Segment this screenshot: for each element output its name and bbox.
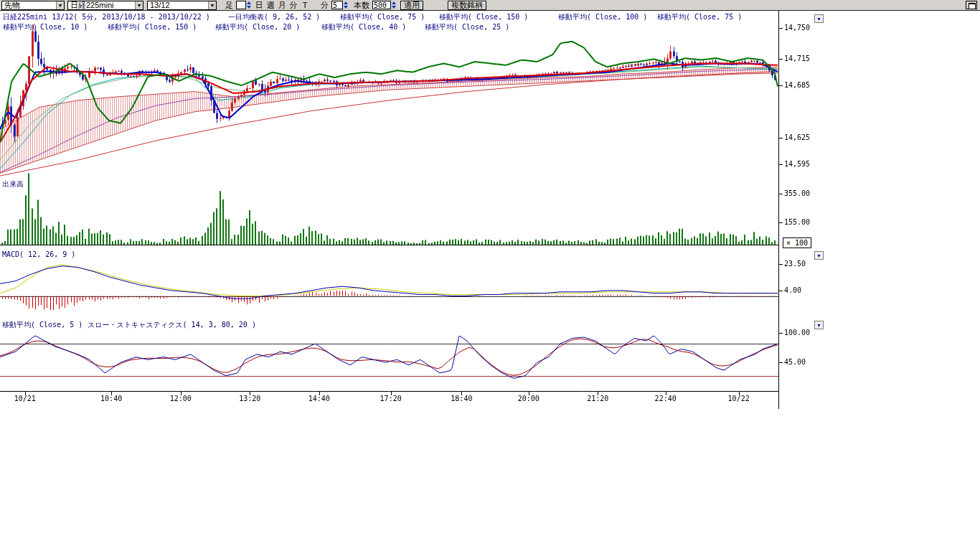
symbol-dropdown[interactable]: 日経225mini ▼ — [67, 1, 143, 10]
macd-pane-menu-button[interactable]: ▼ — [814, 251, 824, 260]
indicator-legend[interactable]: 移動平均( Close, 75 ) — [657, 12, 742, 22]
spinner-icon[interactable] — [344, 1, 348, 9]
price-chart-canvas[interactable] — [0, 11, 789, 409]
volume-pane-title[interactable]: 出来高 — [2, 179, 24, 189]
spinner-icon[interactable] — [247, 1, 251, 9]
indicator-legend[interactable]: 移動平均( Close, 150 ) — [439, 12, 528, 22]
apply-button[interactable]: 適用 — [400, 1, 423, 10]
period-week-button[interactable]: 週 — [265, 0, 276, 11]
instrument-type-dropdown[interactable]: 先物 ▼ — [1, 1, 65, 10]
bar-interval-input[interactable] — [236, 1, 246, 9]
bar-count-label: 本数 — [354, 0, 369, 11]
contract-month-value: 13/12 — [150, 1, 170, 9]
chevron-down-icon: ▼ — [56, 1, 64, 9]
bar-type-label: 足 — [225, 0, 233, 11]
symbol-value: 日経225mini — [70, 0, 114, 11]
chevron-down-icon: ▼ — [135, 1, 143, 9]
indicator-legend[interactable]: 移動平均( Close, 25 ) — [425, 22, 509, 32]
spinner-icon[interactable] — [392, 1, 396, 9]
indicator-legend[interactable]: 移動平均( Close, 75 ) — [340, 12, 425, 22]
indicator-legend[interactable]: 日経225mini 13/12( 5分, 2013/10/18 - 2013/1… — [3, 12, 210, 22]
indicator-legend[interactable]: 移動平均( Close, 100 ) — [558, 12, 647, 22]
macd-pane-title[interactable]: MACD( 12, 26, 9 ) — [2, 250, 75, 258]
minute-label: 分 — [321, 0, 329, 11]
period-minute-button[interactable]: 分 — [288, 0, 299, 11]
price-pane-menu-button[interactable]: ▼ — [814, 14, 824, 23]
indicator-legend[interactable]: 一目均衡表( 9, 26, 52 ) — [228, 12, 320, 22]
minute-value-input[interactable] — [331, 1, 343, 9]
chart-window: 先物 ▼ 日経225mini ▼ 13/12 ▼ 足 日 週 月 分 T 分 本… — [0, 0, 980, 551]
period-day-button[interactable]: 日 — [253, 0, 265, 11]
multi-symbol-button[interactable]: 複数銘柄 — [448, 1, 486, 10]
contract-month-dropdown[interactable]: 13/12 ▼ — [147, 1, 217, 10]
bar-count-input[interactable] — [372, 1, 391, 9]
indicator-legend[interactable]: 移動平均( Close, 10 ) — [3, 22, 88, 32]
stoch-pane-menu-button[interactable]: ▼ — [814, 321, 824, 329]
indicator-legend[interactable]: 移動平均( Close, 150 ) — [108, 22, 197, 32]
chevron-down-icon: ▼ — [208, 1, 216, 9]
indicator-legend[interactable]: 移動平均( Close, 40 ) — [321, 22, 406, 32]
period-month-button[interactable]: 月 — [276, 0, 288, 11]
stoch-pane-title[interactable]: スロー・ストキャスティクス( 14, 3, 80, 20 ) — [88, 320, 256, 330]
indicator-legend[interactable]: 移動平均( Close, 20 ) — [215, 22, 300, 32]
stoch-ma-title[interactable]: 移動平均( Close, 5 ) — [2, 320, 83, 330]
instrument-type-value: 先物 — [4, 0, 20, 11]
period-tick-button[interactable]: T — [299, 1, 311, 9]
toolbar: 先物 ▼ 日経225mini ▼ 13/12 ▼ 足 日 週 月 分 T 分 本… — [0, 0, 980, 11]
window-control-button[interactable] — [966, 1, 977, 9]
